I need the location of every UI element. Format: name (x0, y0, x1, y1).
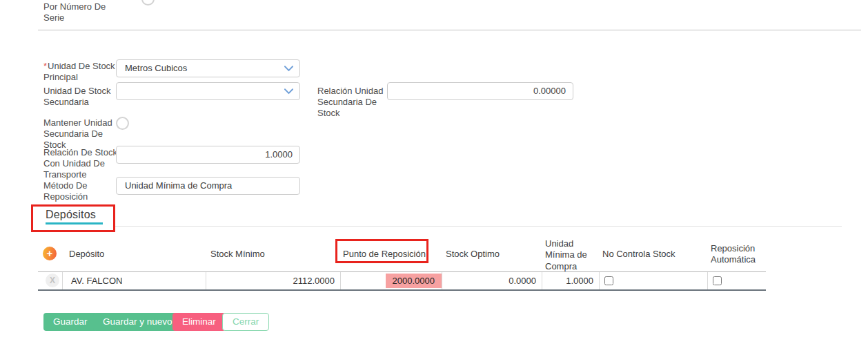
unidad-stock-principal-select[interactable]: Metros Cubicos (116, 59, 300, 77)
section-divider (38, 30, 861, 30)
cell-stock-optimo: 0.0000 (442, 272, 542, 289)
unidad-stock-secundaria-select[interactable] (116, 82, 300, 100)
col-header-stock-minimo: Stock Mínimo (210, 249, 265, 260)
x-icon: X (50, 276, 55, 285)
col-header-deposito: Depósito (69, 249, 104, 260)
metodo-reposicion-input[interactable]: Unidad Mínima de Compra (116, 177, 300, 195)
eliminar-button[interactable]: Eliminar (172, 313, 226, 331)
cerrar-button[interactable]: Cerrar (222, 313, 269, 331)
no-controla-stock-checkbox[interactable] (604, 276, 613, 285)
add-row-button[interactable]: + (43, 247, 57, 260)
cell-stock-minimo: 2112.0000 (206, 272, 340, 289)
unidad-stock-principal-label: *Unidad De Stock Principal (43, 61, 118, 83)
guardar-y-nuevo-button[interactable]: Guardar y nuevo (93, 313, 182, 331)
mantener-unidad-secundaria-label: Mantener Unidad Secundaria De Stock (43, 117, 118, 151)
annotation-box-punto-reposicion (335, 239, 428, 263)
mantener-unidad-secundaria-toggle[interactable] (116, 117, 129, 130)
unidad-stock-secundaria-label: Unidad De Stock Secundaria (43, 86, 118, 108)
col-header-stock-optimo: Stock Optimo (446, 249, 500, 260)
relacion-stock-transporte-input[interactable]: 1.0000 (116, 146, 300, 164)
cell-punto-reposicion: 2000.0000 (340, 272, 442, 289)
chevron-down-icon (284, 88, 293, 95)
cell-deposito: AV. FALCON (62, 272, 206, 289)
annotation-box-depositos (31, 204, 115, 232)
cell-reposicion-automatica (707, 272, 766, 289)
row-delete-cell: X (38, 272, 62, 289)
relacion-unidad-secundaria-label: Relación Unidad Secundaria De Stock (317, 86, 384, 119)
chevron-down-icon (284, 66, 293, 72)
highlighted-value: 2000.0000 (386, 274, 442, 288)
col-header-unidad-minima: Unidad Mínima de Compra (545, 238, 599, 272)
unidad-stock-principal-value: Metros Cubicos (125, 63, 187, 73)
tab-bar-divider (115, 226, 842, 227)
product-stock-form-page: Por Número De Serie *Unidad De Stock Pri… (0, 0, 868, 344)
relacion-stock-transporte-label: Relación De Stock Con Unidad De Transpor… (43, 147, 118, 180)
col-header-no-controla-stock: No Controla Stock (602, 249, 675, 260)
metodo-reposicion-label: Método De Reposición (43, 180, 118, 202)
delete-row-button[interactable]: X (46, 274, 59, 287)
relacion-unidad-secundaria-input[interactable]: 0.00000 (387, 82, 573, 100)
por-numero-serie-label: Por Número De Serie (43, 1, 112, 23)
table-row: X AV. FALCON 2112.0000 2000.0000 0.0000 … (38, 271, 766, 291)
cell-unidad-minima: 1.0000 (542, 272, 599, 289)
guardar-button[interactable]: Guardar (43, 313, 97, 331)
plus-icon: + (47, 247, 53, 259)
required-asterisk: * (43, 61, 47, 71)
col-header-reposicion-automatica: Reposición Automática (711, 243, 771, 266)
reposicion-automatica-checkbox[interactable] (713, 276, 722, 285)
cell-no-controla-stock (599, 272, 707, 289)
por-numero-serie-toggle[interactable] (141, 0, 155, 6)
